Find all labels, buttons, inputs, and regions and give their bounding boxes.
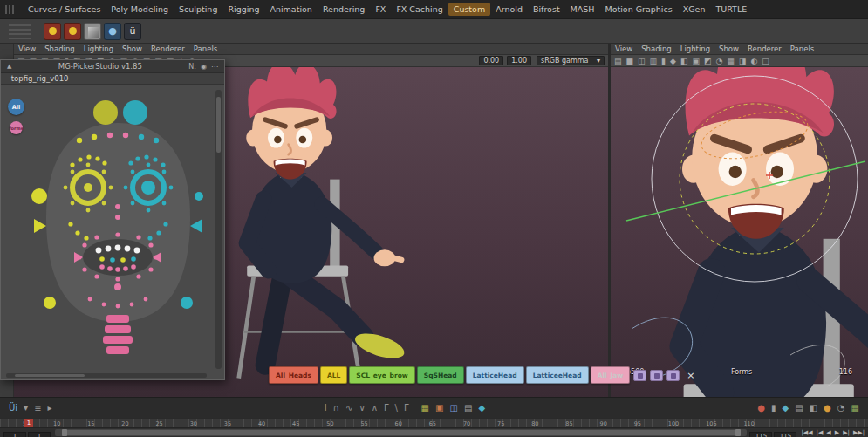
viewport-toolbar-icon[interactable]: ◆ — [670, 57, 676, 65]
viewport-toolbar-icon[interactable]: ◨ — [739, 57, 747, 65]
picker-title-icon[interactable]: ◉ — [201, 63, 207, 71]
panel-menu-item[interactable]: Lighting — [676, 44, 714, 53]
viewport-toolbar-icon[interactable]: ▤ — [614, 57, 622, 65]
picker-tab[interactable]: - topfig_rig_v010 — [1, 73, 224, 85]
range-slider[interactable] — [55, 429, 747, 436]
selection-set-button[interactable]: LatticeHead — [466, 366, 524, 384]
menu-item[interactable]: Animation — [264, 3, 317, 16]
menu-item[interactable]: Motion Graphics — [599, 3, 677, 16]
playback-button[interactable]: |◀ — [817, 429, 824, 436]
selection-set-button[interactable]: SCL_eye_brow — [349, 366, 414, 384]
menu-item[interactable]: FX Caching — [391, 3, 448, 16]
playback-button[interactable]: ▶| — [843, 429, 850, 436]
picker-canvas[interactable]: All forms — [1, 85, 224, 379]
picker-all-button[interactable]: All — [8, 99, 24, 115]
menu-item[interactable]: Bifrost — [528, 3, 565, 16]
picker-title-icon[interactable]: ⋯ — [211, 63, 218, 71]
time-slider[interactable]: 5101520253035404550556065707580859095100… — [0, 418, 868, 427]
picker-title-icon[interactable]: N: — [188, 63, 196, 71]
viewport-toolbar-icon[interactable]: ◔ — [715, 57, 722, 65]
viewport-toolbar-icon[interactable]: ▦ — [727, 57, 735, 65]
playback-button[interactable]: ◀ — [826, 429, 830, 436]
viewport-toolbar-icon[interactable]: ◩ — [704, 57, 712, 65]
playback-button[interactable]: ▶ — [835, 429, 839, 436]
exposure-field[interactable]: 0.00 — [479, 56, 503, 65]
panel-menu-item[interactable]: Show — [118, 44, 147, 53]
toolbar-icon[interactable]: ◫ — [449, 403, 457, 413]
panel-menu-item[interactable]: Lighting — [79, 44, 118, 53]
face-picker-graphic[interactable] — [29, 93, 208, 364]
range-field[interactable]: 115 — [774, 432, 796, 437]
playback-button[interactable]: |◀◀ — [801, 429, 812, 436]
toolbar-icon[interactable]: ◆ — [478, 403, 485, 413]
tangent-icon[interactable]: Ι — [325, 403, 327, 413]
picker-vertical-scrollbar[interactable] — [215, 90, 222, 369]
selection-set-button[interactable]: LatticeeHead — [526, 366, 589, 384]
viewport-toolbar-icon[interactable]: ◧ — [680, 57, 688, 65]
panel-menu-item[interactable]: Panels — [786, 44, 818, 53]
tangent-icon[interactable]: Γ — [404, 403, 409, 413]
panel-menu-item[interactable]: View — [611, 44, 637, 53]
selection-set-button[interactable]: All_Heads — [269, 366, 318, 384]
shelf-icon[interactable] — [84, 23, 101, 40]
colorspace-dropdown[interactable]: sRGB gamma ▾ — [537, 56, 605, 65]
shelf-icon[interactable]: ü — [124, 23, 141, 40]
menu-item[interactable]: FX — [370, 3, 391, 16]
toolbar-icon[interactable]: ▸ — [48, 403, 52, 413]
shelf-icon[interactable] — [44, 23, 61, 40]
right-viewport[interactable]: p500 Forms 116 — [611, 67, 868, 397]
playback-button[interactable]: ▶▶| — [853, 429, 865, 436]
toolbar-icon[interactable]: ≣ — [34, 403, 41, 413]
shelf-tab-grip-icon[interactable] — [9, 24, 31, 39]
selection-save-icon[interactable] — [633, 370, 646, 381]
toolbar-icon[interactable]: ▾ — [24, 403, 28, 413]
menu-item[interactable]: Arnold — [490, 3, 528, 16]
toolbar-icon[interactable]: ◆ — [782, 403, 789, 413]
menu-item[interactable]: Custom — [448, 3, 490, 16]
shelf-icon[interactable] — [64, 23, 81, 40]
tangent-icon[interactable]: \ — [395, 403, 398, 413]
menu-item[interactable]: Poly Modeling — [106, 3, 174, 16]
tangent-icon[interactable]: ∨ — [359, 403, 365, 413]
menu-item[interactable]: MASH — [565, 3, 600, 16]
selection-set-button[interactable]: SqSHead — [417, 366, 464, 384]
viewport-toolbar-icon[interactable]: ■ — [626, 57, 634, 65]
viewport-toolbar-icon[interactable]: ▣ — [692, 57, 700, 65]
menu-item[interactable]: XGen — [678, 3, 711, 16]
toolbar-icon[interactable]: ▣ — [435, 403, 443, 413]
viewport-toolbar-icon[interactable]: ◐ — [750, 57, 757, 65]
range-field[interactable]: 1 — [3, 432, 26, 437]
toolbar-icon[interactable]: ● — [757, 403, 765, 413]
toolbar-icon[interactable]: ▤ — [795, 403, 803, 413]
toolbar-icon[interactable]: ▮ — [771, 403, 776, 413]
picker-titlebar[interactable]: ▲ MG-PickerStudio v1.85 N:◉⋯ — [1, 60, 224, 73]
viewport-toolbar-icon[interactable]: ◫ — [638, 57, 646, 65]
panel-menu-item[interactable]: Show — [714, 44, 743, 53]
tangent-icon[interactable]: ∿ — [345, 403, 352, 413]
menu-item[interactable]: Sculpting — [174, 3, 222, 16]
selection-set-button[interactable]: All_Jaw — [591, 366, 630, 384]
tangent-icon[interactable]: Γ — [384, 403, 389, 413]
gamma-field[interactable]: 1.00 — [507, 56, 531, 65]
menu-item[interactable]: TURTLE — [710, 3, 752, 16]
panel-menu-item[interactable]: Shading — [40, 44, 79, 53]
tangent-icon[interactable]: ∩ — [333, 403, 339, 413]
shelf-icon[interactable]: ● — [104, 23, 121, 40]
toolbar-icon[interactable]: ● — [824, 403, 831, 413]
menu-item[interactable]: Rigging — [222, 3, 264, 16]
tangent-icon[interactable]: ∧ — [372, 403, 378, 413]
panel-menu-item[interactable]: Shading — [637, 44, 676, 53]
selection-set-button[interactable]: ALL — [320, 366, 347, 384]
menu-item[interactable]: Rendering — [318, 3, 371, 16]
toolbar-icon[interactable]: ▤ — [464, 403, 472, 413]
selection-save-icon[interactable] — [666, 370, 680, 381]
toolbar-icon[interactable]: ◔ — [837, 403, 845, 413]
toolbar-icon[interactable]: ▦ — [421, 403, 429, 413]
picker-forms-button[interactable]: forms — [10, 121, 23, 134]
toolbar-icon[interactable]: ◧ — [810, 403, 817, 413]
toolbar-icon[interactable]: Üi — [9, 403, 17, 413]
menu-item[interactable]: Curves / Surfaces — [23, 3, 106, 16]
panel-menu-item[interactable]: View — [14, 44, 40, 53]
range-field[interactable]: 115 — [749, 432, 772, 437]
panel-menu-item[interactable]: Renderer — [147, 44, 189, 53]
